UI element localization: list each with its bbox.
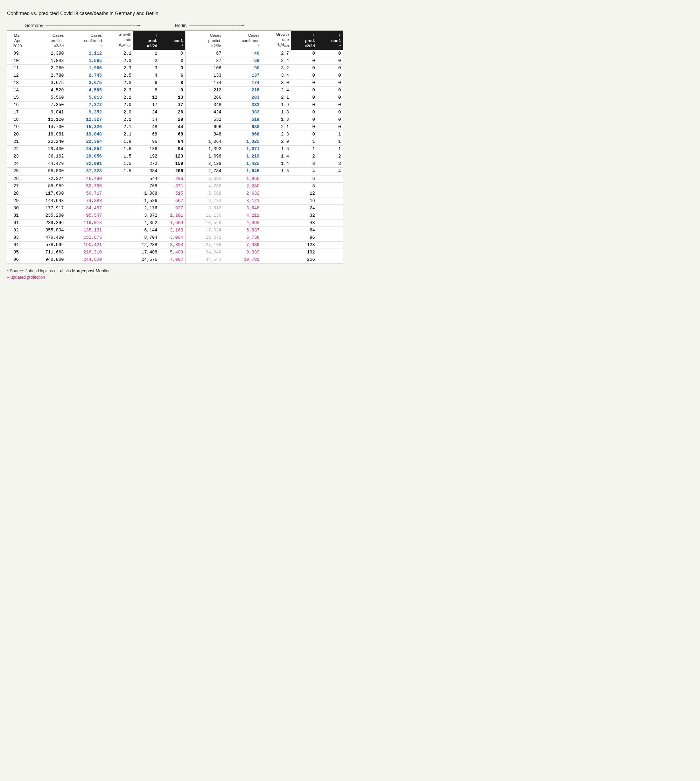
- cell-de-confirmed: 7,272: [66, 101, 104, 108]
- cell-be-growth: 3.2: [262, 64, 291, 72]
- cell-date: 18.: [7, 116, 28, 123]
- cell-de-pred-deaths: 2,176: [133, 204, 159, 212]
- cell-be-predict: 67: [185, 50, 223, 57]
- cell-de-conf-deaths: 2: [159, 57, 185, 64]
- th-de-pred-deaths: †pred.×2/2d: [133, 31, 159, 50]
- cell-be-growth: 2.4: [262, 57, 291, 64]
- cell-de-growth: [104, 234, 133, 241]
- cell-de-predict: 36,162: [28, 153, 66, 160]
- cell-date: 26.: [7, 175, 28, 183]
- cell-be-conf-deaths: 2: [317, 153, 343, 160]
- cell-de-conf-deaths: 1,201: [159, 212, 185, 219]
- cell-de-predict: 470,400: [28, 234, 66, 241]
- cell-de-predict: 88,959: [28, 182, 66, 190]
- cell-be-pred-deaths: 32: [291, 212, 317, 219]
- cell-be-growth: 1.6: [262, 145, 291, 153]
- cell-de-confirmed: 74,383: [66, 197, 104, 204]
- cell-be-conf-deaths: 0: [317, 116, 343, 123]
- cell-be-predict: 696: [185, 123, 223, 130]
- cell-be-growth: 1.9: [262, 101, 291, 108]
- cell-be-pred-deaths: 0: [291, 64, 317, 72]
- cell-be-predict: 212: [185, 87, 223, 94]
- table-row: 12. 2,780 2,745 2.5 4 6 133 137 3.4 0 0: [7, 72, 343, 79]
- cell-be-confirmed: 216: [223, 87, 262, 94]
- cell-de-confirmed: 52,786: [66, 182, 104, 190]
- cell-de-pred-deaths: 68: [133, 130, 159, 138]
- th-date: MarApr2020: [7, 31, 28, 50]
- cell-de-predict: 7,350: [28, 101, 66, 108]
- cell-de-pred-deaths: 4,352: [133, 219, 159, 227]
- cell-de-confirmed: 1,565: [66, 57, 104, 64]
- cell-de-pred-deaths: 48: [133, 123, 159, 130]
- table-row: 03. 470,400 152,875 8,704 3,004 22,272 6…: [7, 234, 343, 241]
- footer: * Source: Johns Hopkins et. al. via Morg…: [7, 269, 343, 280]
- cell-de-growth: 2.5: [104, 72, 133, 79]
- cell-be-confirmed: 688: [223, 123, 262, 130]
- cell-de-growth: [104, 175, 133, 183]
- source-line: * Source: Johns Hopkins et. al. via Morg…: [7, 269, 343, 274]
- cell-be-confirmed: 6,738: [223, 234, 262, 241]
- cell-be-conf-deaths: 0: [317, 64, 343, 72]
- cell-be-predict: 4,256: [185, 182, 223, 190]
- cell-de-predict: 235,200: [28, 212, 66, 219]
- cell-be-growth: 1.8: [262, 108, 291, 116]
- cell-be-pred-deaths: 128: [291, 241, 317, 249]
- cell-de-pred-deaths: 2: [133, 57, 159, 64]
- cell-be-predict: 106: [185, 64, 223, 72]
- cell-date: 25.: [7, 167, 28, 175]
- cell-be-predict: 8,512: [185, 204, 223, 212]
- cell-be-predict: 348: [185, 101, 223, 108]
- table-row: 27. 88,959 52,786 768 371 4,256 2,280 8: [7, 182, 343, 190]
- cell-de-growth: 1.5: [104, 167, 133, 175]
- cell-be-predict: 11,136: [185, 212, 223, 219]
- table-row: 01. 289,296 119,013 4,352 1,669 13,568 4…: [7, 219, 343, 227]
- cell-date: 30.: [7, 204, 28, 212]
- cell-date: 28.: [7, 190, 28, 197]
- cell-be-growth: [262, 212, 291, 219]
- cell-de-growth: 2.3: [104, 79, 133, 87]
- cell-be-pred-deaths: 1: [291, 145, 317, 153]
- cell-date: 11.: [7, 64, 28, 72]
- cell-be-growth: 1.5: [262, 167, 291, 175]
- cell-de-pred-deaths: 136: [133, 145, 159, 153]
- cell-de-pred-deaths: 768: [133, 182, 159, 190]
- cell-be-predict: 2,128: [185, 160, 223, 167]
- cell-de-predict: 44,479: [28, 160, 66, 167]
- th-de-confirmed: Casesconfirmed*: [66, 31, 104, 50]
- cell-be-pred-deaths: 192: [291, 249, 317, 256]
- cell-de-predict: 72,324: [28, 175, 66, 183]
- data-table: MarApr2020 Casespredict.×2/3d Casesconfi…: [7, 30, 343, 264]
- cell-de-growth: [104, 256, 133, 263]
- cell-de-growth: [104, 241, 133, 249]
- table-row: 17. 9,041 9,352 2.0 24 26 424 383 1.8 0 …: [7, 108, 343, 116]
- cell-be-predict: 44,544: [185, 256, 223, 263]
- cell-de-predict: 2,260: [28, 64, 66, 72]
- table-row: 26. 72,324 46,490 544 286 3,392 1,950 6: [7, 175, 343, 183]
- cell-be-confirmed: 1,219: [223, 153, 262, 160]
- cell-de-conf-deaths: 6: [159, 72, 185, 79]
- cell-de-conf-deaths: 8: [159, 79, 185, 87]
- cell-be-conf-deaths: 1: [317, 138, 343, 145]
- cell-be-predict: 34,048: [185, 249, 223, 256]
- cell-be-pred-deaths: 0: [291, 130, 317, 138]
- cell-be-pred-deaths: 0: [291, 101, 317, 108]
- table-row: 19. 14,700 15,320 2.1 48 44 696 688 2.1 …: [7, 123, 343, 130]
- cell-be-growth: [262, 175, 291, 183]
- table-row: 22. 29,400 24,852 1.6 136 94 1,392 1,071…: [7, 145, 343, 153]
- cell-de-confirmed: 9,352: [66, 108, 104, 116]
- source-label: * Source:: [7, 269, 24, 274]
- cell-de-growth: [104, 197, 133, 204]
- cell-be-confirmed: 5,837: [223, 227, 262, 234]
- region-berlin-label: Berlin —————————→: [175, 22, 343, 29]
- cell-be-growth: 2.0: [262, 138, 291, 145]
- cell-de-conf-deaths: 3,893: [159, 241, 185, 249]
- cell-be-growth: [262, 234, 291, 241]
- cell-be-confirmed: 58: [223, 57, 262, 64]
- cell-be-confirmed: 9,339: [223, 249, 262, 256]
- source-link[interactable]: Johns Hopkins et. al. via Morgenpost-Mon…: [25, 269, 110, 274]
- cell-be-pred-deaths: 16: [291, 197, 317, 204]
- cell-de-conf-deaths: 159: [159, 160, 185, 167]
- cell-date: 14.: [7, 87, 28, 94]
- germany-arrow: ————————————————→: [45, 22, 140, 29]
- cell-de-pred-deaths: 6: [133, 79, 159, 87]
